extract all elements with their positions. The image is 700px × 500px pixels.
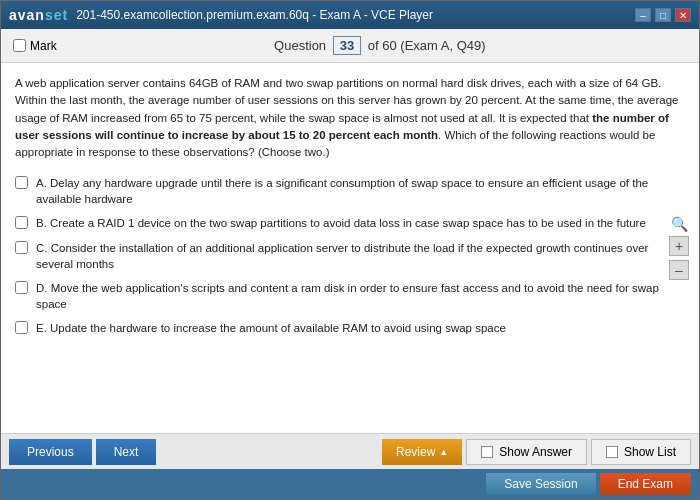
question-label: Question [274,38,326,53]
option-c-label: C. Consider the installation of an addit… [36,240,685,272]
option-b: B. Create a RAID 1 device on the two swa… [15,215,685,231]
window-title: 201-450.examcollection.premium.exam.60q … [76,8,433,22]
zoom-panel: 🔍 + – [669,216,689,280]
zoom-out-button[interactable]: – [669,260,689,280]
option-e-label: E. Update the hardware to increase the a… [36,320,506,336]
close-button[interactable]: ✕ [675,8,691,22]
mark-label: Mark [30,39,57,53]
mark-checkbox[interactable]: Mark [13,39,57,53]
mark-checkbox-input[interactable] [13,39,26,52]
zoom-in-button[interactable]: + [669,236,689,256]
app-logo: avanset [9,7,68,23]
option-d: D. Move the web application's scripts an… [15,280,685,312]
option-b-checkbox[interactable] [15,216,28,229]
toolbar: Mark Question 33 of 60 (Exam A, Q49) [1,29,699,63]
option-e: E. Update the hardware to increase the a… [15,320,685,336]
option-d-label: D. Move the web application's scripts an… [36,280,685,312]
previous-button[interactable]: Previous [9,439,92,465]
question-text: A web application server contains 64GB o… [15,75,685,161]
maximize-button[interactable]: □ [655,8,671,22]
main-content: A web application server contains 64GB o… [1,63,699,433]
bottom-bar-navigation: Previous Next Review ▲ Show Answer Show … [1,433,699,469]
show-answer-label: Show Answer [499,445,572,459]
option-d-checkbox[interactable] [15,281,28,294]
minimize-button[interactable]: – [635,8,651,22]
search-icon: 🔍 [671,216,688,232]
option-e-checkbox[interactable] [15,321,28,334]
review-arrow-icon: ▲ [439,447,448,457]
option-b-label: B. Create a RAID 1 device on the two swa… [36,215,646,231]
show-list-button[interactable]: Show List [591,439,691,465]
question-total: of 60 (Exam A, Q49) [368,38,486,53]
option-a-label: A. Delay any hardware upgrade until ther… [36,175,685,207]
next-button[interactable]: Next [96,439,157,465]
option-c-checkbox[interactable] [15,241,28,254]
window-controls: – □ ✕ [635,8,691,22]
title-bar-left: avanset 201-450.examcollection.premium.e… [9,7,433,23]
save-session-button[interactable]: Save Session [486,473,595,495]
question-number: 33 [333,36,361,55]
main-window: avanset 201-450.examcollection.premium.e… [0,0,700,500]
review-button[interactable]: Review ▲ [382,439,462,465]
option-a-checkbox[interactable] [15,176,28,189]
end-exam-button[interactable]: End Exam [600,473,691,495]
logo-part1: avan [9,7,45,23]
show-answer-checkbox-icon [481,446,493,458]
logo-part2: set [45,7,68,23]
show-answer-button[interactable]: Show Answer [466,439,587,465]
option-a: A. Delay any hardware upgrade until ther… [15,175,685,207]
show-list-label: Show List [624,445,676,459]
title-bar: avanset 201-450.examcollection.premium.e… [1,1,699,29]
show-list-checkbox-icon [606,446,618,458]
bottom-bar-session: Save Session End Exam [1,469,699,499]
option-c: C. Consider the installation of an addit… [15,240,685,272]
review-label: Review [396,445,435,459]
question-info: Question 33 of 60 (Exam A, Q49) [274,36,486,55]
